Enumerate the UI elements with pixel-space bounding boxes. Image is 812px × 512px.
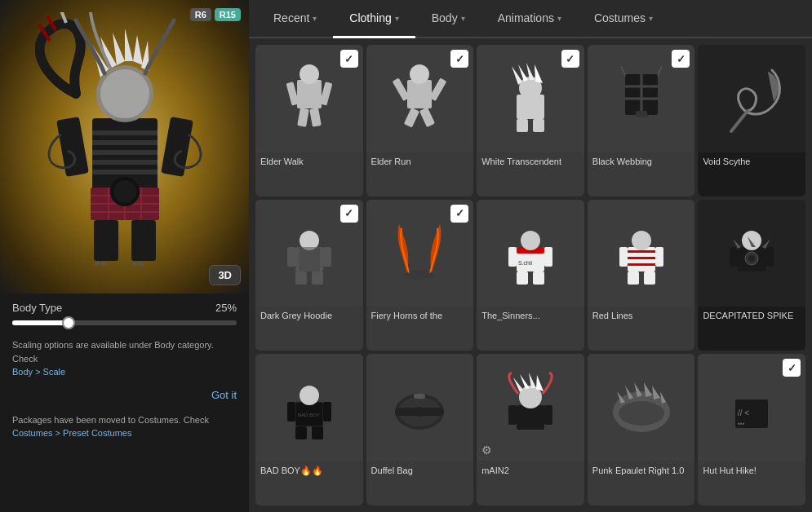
chevron-down-icon: ▾ xyxy=(395,14,399,23)
costumes-presets-link[interactable]: Costumes > Preset Costumes xyxy=(12,428,131,438)
svg-rect-66 xyxy=(295,271,307,285)
svg-rect-39 xyxy=(309,108,322,127)
tab-label-clothing: Clothing xyxy=(349,11,391,24)
item-card-9[interactable]: Red Lines xyxy=(588,200,695,351)
svg-rect-3 xyxy=(92,150,158,155)
item-label-7: Fiery Horns of the xyxy=(366,307,474,326)
svg-rect-60 xyxy=(636,111,647,117)
item-thumbnail-9 xyxy=(588,200,695,307)
svg-line-61 xyxy=(731,111,748,131)
svg-rect-73 xyxy=(508,247,517,267)
slider-row xyxy=(0,319,249,332)
item-thumbnail-7: ✓ xyxy=(366,200,474,307)
item-card-10[interactable]: DECAPITATED SPIKE xyxy=(698,200,805,351)
item-card-12[interactable]: Duffel Bag xyxy=(366,354,474,505)
svg-text:// <: // < xyxy=(738,408,749,417)
nav-tabs: Recent▾Clothing▾Body▾Animations▾Costumes… xyxy=(249,0,812,38)
check-badge-2[interactable]: ✓ xyxy=(450,50,468,68)
svg-rect-75 xyxy=(517,271,528,285)
item-label-6: Dark Grey Hoodie xyxy=(255,307,363,326)
item-card-15[interactable]: // < ▪▪▪ ✓Hut Hut Hike! xyxy=(698,354,805,505)
svg-point-29 xyxy=(113,180,136,203)
check-badge-7[interactable]: ✓ xyxy=(450,205,468,223)
item-thumbnail-12 xyxy=(366,354,474,461)
svg-marker-52 xyxy=(535,64,543,83)
item-card-2[interactable]: ✓Elder Run xyxy=(366,45,474,196)
item-thumbnail-3: ✓ xyxy=(477,45,584,152)
svg-rect-74 xyxy=(544,247,552,267)
check-badge-1[interactable]: ✓ xyxy=(340,50,358,68)
packages-info: Packages have been moved to Costumes. Ch… xyxy=(0,408,249,445)
item-card-14[interactable]: Punk Epaulet Right 1.0 xyxy=(588,354,695,505)
item-label-14: Punk Epaulet Right 1.0 xyxy=(588,461,695,481)
right-panel: Recent▾Clothing▾Body▾Animations▾Costumes… xyxy=(249,0,812,512)
check-badge-3[interactable]: ✓ xyxy=(561,50,579,68)
item-label-1: Elder Walk xyxy=(255,152,363,172)
svg-rect-46 xyxy=(419,107,435,127)
svg-marker-30 xyxy=(92,261,100,265)
svg-marker-31 xyxy=(99,261,107,265)
svg-point-95 xyxy=(748,255,755,262)
item-label-11: BAD BOY🔥🔥 xyxy=(255,461,363,481)
tab-animations[interactable]: Animations▾ xyxy=(481,0,578,38)
svg-point-42 xyxy=(410,64,429,84)
svg-point-72 xyxy=(521,231,540,250)
tab-costumes[interactable]: Costumes▾ xyxy=(578,0,669,38)
scaling-text: Scaling options are available under Body… xyxy=(12,340,214,364)
svg-rect-65 xyxy=(323,247,331,267)
body-type-value: 25% xyxy=(215,302,237,314)
item-card-6[interactable]: ✓Dark Grey Hoodie xyxy=(255,200,363,351)
svg-rect-2 xyxy=(92,140,158,145)
svg-point-108 xyxy=(413,407,426,417)
body-type-slider[interactable] xyxy=(12,320,237,325)
item-label-9: Red Lines xyxy=(588,307,695,326)
item-label-10: DECAPITATED SPIKE xyxy=(698,307,805,326)
got-it-row: Got it xyxy=(0,386,249,408)
item-thumbnail-15: // < ▪▪▪ ✓ xyxy=(698,354,805,461)
got-it-button[interactable]: Got it xyxy=(211,389,237,401)
svg-point-40 xyxy=(302,67,317,82)
svg-rect-85 xyxy=(628,271,639,285)
item-card-7[interactable]: ✓Fiery Horns of the xyxy=(366,200,474,351)
left-panel: R6 R15 xyxy=(0,0,249,512)
item-card-3[interactable]: ✓White Transcendent xyxy=(477,45,584,196)
chevron-down-icon: ▾ xyxy=(649,14,653,23)
check-badge-6[interactable]: ✓ xyxy=(340,205,358,223)
slider-thumb[interactable] xyxy=(62,316,75,329)
item-label-12: Duffel Bag xyxy=(366,461,474,481)
item-label-3: White Transcendent xyxy=(477,152,584,172)
item-card-11[interactable]: BAD BOY BAD BOY🔥🔥 xyxy=(255,354,363,505)
check-badge-15[interactable]: ✓ xyxy=(783,359,801,377)
svg-point-88 xyxy=(742,231,761,250)
chevron-down-icon: ▾ xyxy=(313,14,317,23)
svg-rect-34 xyxy=(297,80,322,108)
svg-rect-116 xyxy=(544,405,552,425)
slider-fill xyxy=(12,320,69,325)
item-card-5[interactable]: Void Scythe xyxy=(698,45,805,196)
avatar-3d-button[interactable]: 3D xyxy=(209,265,241,285)
tab-label-animations: Animations xyxy=(498,11,554,24)
tab-body[interactable]: Body▾ xyxy=(415,0,481,38)
check-badge-4[interactable]: ✓ xyxy=(672,50,690,68)
svg-rect-54 xyxy=(517,119,528,132)
scaling-info: Scaling options are available under Body… xyxy=(0,332,249,386)
item-card-1[interactable]: ✓Elder Walk xyxy=(255,45,363,196)
chevron-down-icon: ▾ xyxy=(461,14,465,23)
svg-marker-112 xyxy=(520,374,530,389)
gear-icon-13: ⚙ xyxy=(481,444,492,457)
svg-rect-45 xyxy=(404,108,419,128)
item-card-8[interactable]: S.chli The_Sinners... xyxy=(477,200,584,351)
svg-rect-84 xyxy=(655,247,663,267)
tab-clothing[interactable]: Clothing▾ xyxy=(333,0,415,38)
tab-recent[interactable]: Recent▾ xyxy=(257,0,333,38)
item-thumbnail-5 xyxy=(698,45,805,152)
svg-point-18 xyxy=(100,69,149,118)
body-scale-link[interactable]: Body > Scale xyxy=(12,367,65,377)
item-card-13[interactable]: ⚙mAIN2 xyxy=(477,354,584,505)
svg-rect-86 xyxy=(644,271,655,285)
svg-marker-114 xyxy=(536,375,544,391)
svg-rect-38 xyxy=(297,108,309,127)
item-card-4[interactable]: ✓Black Webbing xyxy=(588,45,695,196)
svg-text:S.chli: S.chli xyxy=(518,260,533,266)
svg-rect-41 xyxy=(407,80,432,108)
